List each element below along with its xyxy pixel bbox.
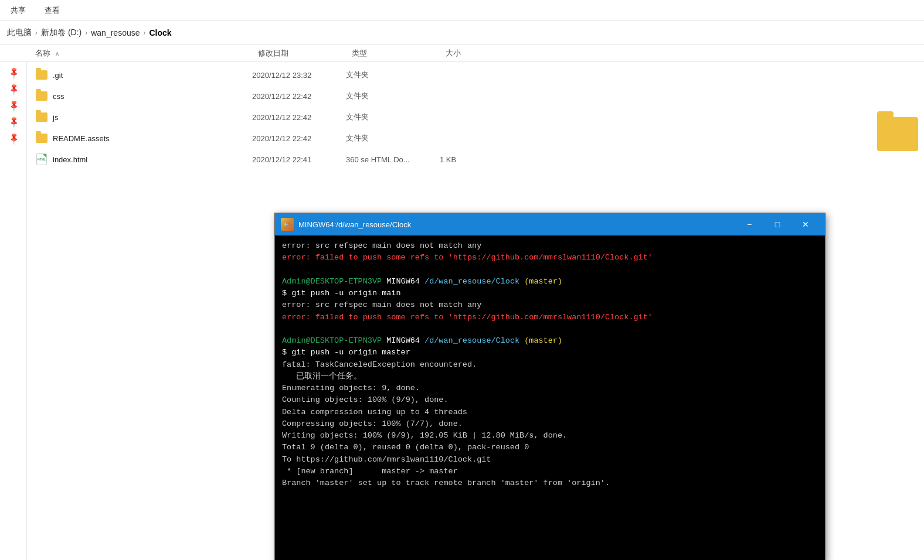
breadcrumb-sep-2: ›	[85, 29, 87, 37]
table-row[interactable]: js 2020/12/12 22:42 文件夹	[27, 107, 924, 128]
terminal-line-4: error: src refspec main does not match a…	[282, 301, 481, 309]
pin-icon-3[interactable]: 📌	[5, 97, 21, 114]
file-date: 2020/12/12 22:41	[252, 155, 346, 164]
file-date: 2020/12/12 23:32	[252, 71, 346, 80]
file-date: 2020/12/12 22:42	[252, 134, 346, 143]
file-name: js	[53, 113, 252, 122]
table-row[interactable]: README.assets 2020/12/12 22:42 文件夹	[27, 128, 924, 149]
file-type: 文件夹	[346, 133, 440, 144]
file-date: 2020/12/12 22:42	[252, 113, 346, 122]
terminal-window: MINGW64:/d/wan_resouse/Clock − □ ✕ error…	[274, 213, 826, 560]
terminal-title-left: MINGW64:/d/wan_resouse/Clock	[281, 218, 411, 231]
terminal-title-text: MINGW64:/d/wan_resouse/Clock	[298, 220, 411, 229]
menu-bar: 共享 查看	[0, 0, 924, 21]
column-header: 名称 ∧ 修改日期 类型 大小	[0, 45, 924, 62]
col-name-header[interactable]: 名称 ∧	[35, 48, 258, 59]
folder-icon	[35, 132, 48, 145]
folder-icon	[35, 90, 48, 103]
svg-marker-0	[284, 222, 286, 227]
menu-share[interactable]: 共享	[7, 4, 29, 17]
col-size-header[interactable]: 大小	[446, 48, 504, 59]
file-name: css	[53, 92, 252, 101]
breadcrumb-folder[interactable]: wan_resouse	[91, 28, 140, 37]
terminal-app-icon	[281, 218, 294, 231]
pin-icon-1[interactable]: 📌	[5, 64, 21, 81]
breadcrumb-drive[interactable]: 新加卷 (D:)	[41, 28, 81, 38]
html-file-icon: HTML	[35, 153, 48, 166]
file-name: README.assets	[53, 134, 252, 143]
terminal-line-5: error: failed to push some refs to 'http…	[282, 313, 653, 322]
terminal-prompt-2: Admin@DESKTOP-ETPN3VP MINGW64 /d/wan_res…	[282, 336, 562, 345]
terminal-body[interactable]: error: src refspec main does not match a…	[275, 235, 825, 560]
folder-icon	[35, 69, 48, 81]
file-name: index.html	[53, 155, 252, 164]
terminal-line-7: fatal: TaskCanceledException encountered…	[282, 360, 610, 488]
terminal-controls: − □ ✕	[736, 216, 819, 233]
breadcrumb-current[interactable]: Clock	[150, 28, 172, 37]
terminal-titlebar: MINGW64:/d/wan_resouse/Clock − □ ✕	[275, 213, 825, 235]
menu-view[interactable]: 查看	[41, 4, 63, 17]
terminal-line-1: error: src refspec main does not match a…	[282, 241, 481, 250]
file-type: 360 se HTML Do...	[346, 155, 440, 164]
col-date-header[interactable]: 修改日期	[258, 48, 352, 59]
pin-icon-4[interactable]: 📌	[5, 114, 21, 130]
breadcrumb-bar: 此电脑 › 新加卷 (D:) › wan_resouse › Clock	[0, 21, 924, 45]
terminal-maximize-button[interactable]: □	[764, 216, 791, 233]
breadcrumb-pc[interactable]: 此电脑	[7, 28, 32, 38]
sidebar-pins: 📌 📌 📌 📌 📌	[0, 62, 27, 560]
file-type: 文件夹	[346, 91, 440, 101]
folder-icon	[35, 111, 48, 124]
table-row[interactable]: .git 2020/12/12 23:32 文件夹	[27, 64, 924, 86]
col-type-header[interactable]: 类型	[352, 48, 446, 59]
breadcrumb-sep-1: ›	[35, 29, 38, 37]
decorative-folder	[877, 117, 924, 158]
pin-icon-2[interactable]: 📌	[5, 81, 21, 97]
file-type: 文件夹	[346, 112, 440, 122]
breadcrumb-sep-3: ›	[144, 29, 146, 37]
terminal-prompt-1: Admin@DESKTOP-ETPN3VP MINGW64 /d/wan_res…	[282, 277, 562, 286]
terminal-minimize-button[interactable]: −	[736, 216, 763, 233]
terminal-line-2: error: failed to push some refs to 'http…	[282, 253, 653, 262]
terminal-cmd-2: $ git push -u origin master	[282, 348, 410, 357]
file-size: 1 KB	[440, 155, 498, 164]
terminal-close-button[interactable]: ✕	[792, 216, 819, 233]
sort-arrow: ∧	[55, 50, 59, 57]
file-type: 文件夹	[346, 70, 440, 80]
table-row[interactable]: css 2020/12/12 22:42 文件夹	[27, 86, 924, 107]
table-row[interactable]: HTML index.html 2020/12/12 22:41 360 se …	[27, 149, 924, 170]
file-name: .git	[53, 71, 252, 80]
file-date: 2020/12/12 22:42	[252, 92, 346, 101]
pin-icon-5[interactable]: 📌	[5, 130, 21, 146]
svg-marker-1	[288, 222, 291, 227]
terminal-cmd-1: $ git push -u origin main	[282, 289, 401, 298]
